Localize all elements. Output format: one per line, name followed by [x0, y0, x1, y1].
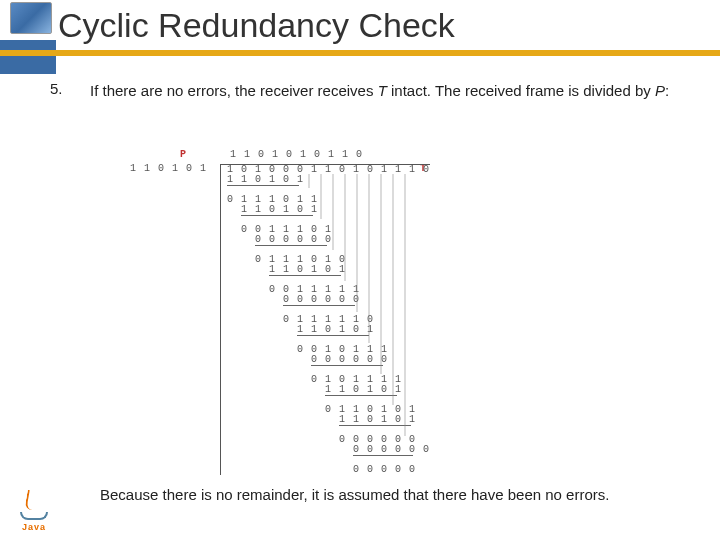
slide-header: Cyclic Redundancy Check [0, 0, 720, 60]
division-body: 1 0 1 0 0 0 1 1 0 1 0 1 1 1 0 1 1 0 1 0 … [220, 164, 430, 475]
step-5-row: 5. If there are no errors, the receiver … [50, 80, 700, 103]
div-step-0: 1 1 0 1 0 1 [227, 175, 430, 185]
div-step-29: 0 0 0 0 0 [227, 465, 430, 475]
accent-block [0, 40, 56, 74]
quotient: 1 1 0 1 0 1 0 1 1 0 [230, 150, 363, 160]
java-cup-icon [20, 512, 48, 520]
java-logo-icon: Java [12, 476, 56, 532]
globe-logo-icon [10, 2, 52, 34]
step-number: 5. [50, 80, 70, 97]
step-text-suffix: : [665, 82, 669, 99]
slide-title: Cyclic Redundancy Check [58, 6, 455, 45]
p-label: P [180, 150, 187, 160]
java-steam-icon [24, 490, 44, 510]
div-step-3: 1 1 0 1 0 1 [227, 205, 430, 215]
step-text: If there are no errors, the receiver rec… [90, 80, 669, 103]
var-p: P [655, 82, 665, 99]
java-logo-text: Java [22, 522, 46, 532]
accent-underline [0, 50, 720, 56]
step-text-mid: intact. The received frame is divided by [387, 82, 655, 99]
step-text-prefix: If there are no errors, the receiver rec… [90, 82, 378, 99]
divisor: 1 1 0 1 0 1 [130, 164, 207, 174]
var-t: T [378, 82, 387, 99]
content-area: 5. If there are no errors, the receiver … [50, 80, 700, 103]
div-step-6: 0 0 0 0 0 0 [227, 235, 430, 245]
conclusion-text: Because there is no remainder, it is ass… [100, 486, 609, 503]
